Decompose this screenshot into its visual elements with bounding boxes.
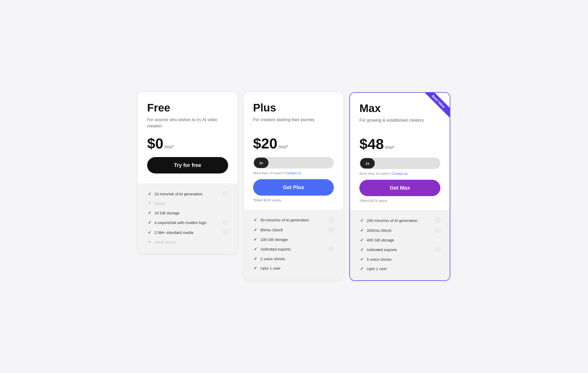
feature-icon: ✕ bbox=[147, 201, 152, 206]
feature-icon: ✓ bbox=[253, 256, 258, 261]
slider-wrapper-max[interactable]: 1x bbox=[359, 158, 440, 169]
feature-left: ✓ 10 GB storage bbox=[147, 210, 180, 215]
info-icon[interactable]: i bbox=[329, 246, 334, 252]
feature-icon: ✓ bbox=[253, 237, 258, 242]
check-icon: ✓ bbox=[148, 220, 151, 225]
feature-left: ✓ 320/mo iStock bbox=[359, 228, 391, 233]
plan-name-plus: Plus bbox=[253, 102, 334, 114]
feature-item: ✓ 2.5M+ standard media i bbox=[147, 230, 228, 235]
best-value-badge: Best Value bbox=[422, 92, 450, 121]
plan-name-free: Free bbox=[147, 102, 228, 114]
cta-button-plus[interactable]: Get Plus bbox=[253, 179, 334, 196]
price-row-free: $0 /mo* bbox=[147, 135, 228, 152]
price-amount-plus: $20 bbox=[253, 135, 277, 152]
slider-wrapper-plus[interactable]: 1x bbox=[253, 157, 334, 169]
plan-desc-free: For anyone who wishes to try AI video cr… bbox=[147, 117, 228, 129]
feature-item: ✓ 4 exports/wk with invideo logo i bbox=[147, 220, 228, 225]
feature-icon: ✓ bbox=[359, 247, 364, 252]
check-icon: ✓ bbox=[254, 217, 257, 222]
info-icon[interactable]: i bbox=[435, 218, 440, 223]
feature-left: ✓ 400 GB storage bbox=[359, 238, 394, 242]
slider-track-max[interactable]: 1x bbox=[359, 158, 440, 169]
feature-left: ✓ Upto 1 user bbox=[359, 266, 387, 271]
features-list-max: ✓ 200 mins/mo of AI generation i ✓ 320/m… bbox=[359, 218, 440, 271]
feature-icon: ✓ bbox=[253, 266, 258, 270]
check-icon: ✓ bbox=[360, 218, 364, 223]
price-row-max: $48 /mo* bbox=[359, 135, 440, 152]
check-icon: ✓ bbox=[360, 266, 364, 271]
contact-link-plus[interactable]: Contact us bbox=[285, 171, 301, 175]
check-icon: ✓ bbox=[254, 227, 257, 232]
feature-item: ✓ Upto 1 user bbox=[359, 266, 440, 271]
features-list-plus: ✓ 50 mins/mo of AI generation i ✓ 80/mo … bbox=[253, 217, 334, 270]
feature-text: 10 mins/wk of AI generation bbox=[154, 192, 202, 196]
price-period-max: /mo* bbox=[385, 145, 395, 150]
feature-item: ✓ Upto 1 user bbox=[253, 266, 334, 270]
feature-icon: ✓ bbox=[253, 247, 258, 251]
feature-left: ✓ 5 voice clones bbox=[359, 257, 391, 262]
best-value-ribbon: Best Value bbox=[423, 92, 450, 117]
card-bottom-plus: ✓ 50 mins/mo of AI generation i ✓ 80/mo … bbox=[244, 209, 343, 280]
info-icon[interactable]: i bbox=[435, 228, 440, 233]
check-icon: ✓ bbox=[254, 247, 257, 252]
feature-item: ✕ iStock bbox=[147, 201, 228, 206]
feature-left: ✓ 50 mins/mo of AI generation bbox=[253, 217, 309, 222]
slider-thumb-label-max: 1x bbox=[366, 161, 369, 165]
feature-left: ✕ iStock bbox=[147, 201, 165, 206]
info-icon[interactable]: i bbox=[329, 227, 334, 232]
cta-button-max[interactable]: Get Max bbox=[359, 180, 440, 196]
feature-icon: ✓ bbox=[253, 217, 258, 222]
feature-text: Unlimited exports bbox=[367, 247, 397, 252]
feature-item: ✓ Unlimited exports i bbox=[359, 247, 440, 252]
feature-icon: ✓ bbox=[359, 257, 364, 262]
feature-left: ✓ Unlimited exports bbox=[253, 247, 291, 251]
cta-button-free[interactable]: Try for free bbox=[147, 157, 228, 173]
info-icon[interactable]: i bbox=[223, 191, 228, 196]
price-amount-free: $0 bbox=[147, 135, 163, 152]
slider-thumb-label-plus: 1x bbox=[259, 161, 263, 165]
features-list-free: ✓ 10 mins/wk of AI generation i ✕ iStock… bbox=[147, 191, 228, 244]
feature-left: ✓ 10 mins/wk of AI generation bbox=[147, 191, 202, 196]
check-icon: ✓ bbox=[254, 237, 257, 242]
feature-item: ✕ voice clones bbox=[147, 240, 228, 244]
slider-track-plus[interactable]: 1x bbox=[253, 157, 334, 169]
info-icon[interactable]: i bbox=[223, 230, 228, 235]
info-icon[interactable]: i bbox=[435, 247, 440, 252]
billed-note-max: *Billed $576 yearly bbox=[359, 199, 440, 203]
feature-left: ✓ 2 voice clones bbox=[253, 256, 285, 261]
feature-icon: ✕ bbox=[147, 240, 152, 244]
x-icon: ✕ bbox=[148, 201, 151, 206]
check-icon: ✓ bbox=[254, 256, 257, 261]
feature-left: ✓ 100 GB storage bbox=[253, 237, 288, 242]
feature-text: 10 GB storage bbox=[154, 211, 180, 215]
feature-text: Upto 1 user bbox=[260, 266, 281, 270]
card-bottom-free: ✓ 10 mins/wk of AI generation i ✕ iStock… bbox=[138, 183, 237, 254]
feature-text: 400 GB storage bbox=[367, 238, 394, 242]
feature-item: ✓ 200 mins/mo of AI generation i bbox=[359, 218, 440, 223]
check-icon: ✓ bbox=[360, 238, 364, 243]
feature-left: ✕ voice clones bbox=[147, 240, 176, 244]
slider-contact-plus: More than 10 users? Contact us bbox=[253, 171, 334, 175]
feature-text: 100 GB storage bbox=[260, 237, 288, 242]
feature-left: ✓ 4 exports/wk with invideo logo bbox=[147, 220, 206, 225]
feature-left: ✓ 2.5M+ standard media bbox=[147, 230, 193, 235]
feature-item: ✓ 50 mins/mo of AI generation i bbox=[253, 217, 334, 222]
feature-icon: ✓ bbox=[359, 218, 364, 223]
info-icon[interactable]: i bbox=[329, 217, 334, 222]
price-period-free: /mo* bbox=[164, 144, 174, 150]
feature-left: ✓ Upto 1 user bbox=[253, 266, 281, 270]
feature-text: 50 mins/mo of AI generation bbox=[260, 218, 309, 222]
info-icon[interactable]: i bbox=[223, 220, 228, 225]
feature-text: 5 voice clones bbox=[367, 257, 391, 262]
feature-icon: ✓ bbox=[359, 238, 364, 242]
check-icon: ✓ bbox=[360, 247, 364, 252]
feature-item: ✓ 5 voice clones bbox=[359, 257, 440, 262]
card-top-plus: PlusFor creators starting their journey … bbox=[244, 92, 343, 209]
contact-link-max[interactable]: Contact us bbox=[391, 172, 408, 176]
feature-icon: ✓ bbox=[147, 210, 152, 215]
feature-icon: ✓ bbox=[147, 220, 152, 225]
check-icon: ✓ bbox=[254, 266, 257, 271]
feature-text: 320/mo iStock bbox=[367, 228, 391, 233]
feature-text: 2 voice clones bbox=[260, 257, 285, 261]
feature-icon: ✓ bbox=[359, 228, 364, 233]
